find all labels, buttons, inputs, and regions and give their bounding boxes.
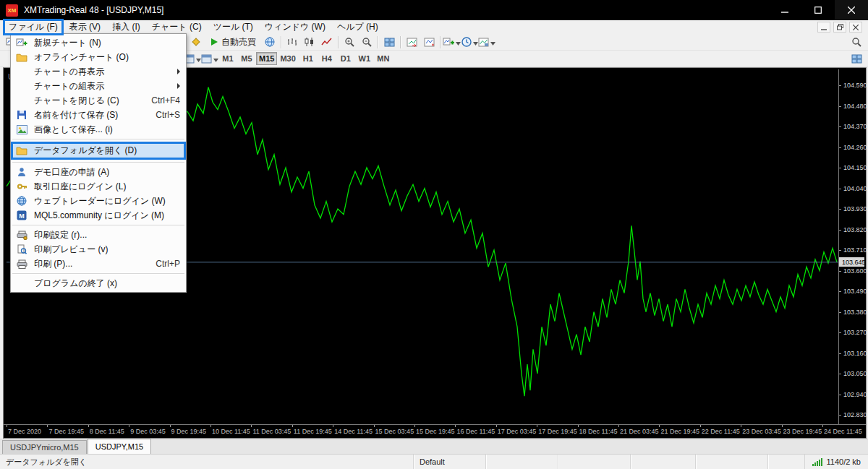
menu-item-label: データフォルダを開く (D) <box>34 145 178 157</box>
menu-tools[interactable]: ツール (T) <box>208 20 259 35</box>
timeframe-button-d1[interactable]: D1 <box>336 52 355 65</box>
search-button[interactable] <box>848 35 865 49</box>
file-menu-item-8[interactable]: デモ口座の申請 (A) <box>11 165 186 179</box>
zoom-in-button[interactable] <box>341 35 358 49</box>
offline-chart-icon <box>15 53 28 62</box>
close-button[interactable] <box>835 0 868 20</box>
tile-windows-button[interactable] <box>848 51 865 66</box>
autotrading-icon <box>210 38 218 46</box>
time-axis-tick <box>578 425 579 427</box>
periods-dropdown-button[interactable] <box>201 51 218 66</box>
menu-item-label: チャートの再表示 <box>34 66 177 78</box>
menu-item-label: チャートの組表示 <box>34 80 177 92</box>
time-axis-tick <box>618 425 619 427</box>
web-login-icon <box>15 196 28 206</box>
menu-help[interactable]: ヘルプ (H) <box>331 20 384 35</box>
metaeditor-button[interactable] <box>187 35 205 49</box>
tab-usdjpymicro-m15[interactable]: USDJPYmicro,M15 <box>2 440 87 454</box>
time-axis[interactable]: 7 Dec 20207 Dec 19:458 Dec 11:459 Dec 03… <box>4 424 866 437</box>
file-menu-item-14[interactable]: 印刷 (P)...Ctrl+P <box>11 257 186 271</box>
file-menu-item-10[interactable]: ウェブトレーダーにログイン (W) <box>11 194 186 208</box>
indicators-button[interactable] <box>443 35 461 49</box>
periods-button[interactable] <box>461 35 478 49</box>
minimize-button[interactable] <box>768 0 801 20</box>
time-axis-label: 24 Dec 11:45 <box>824 428 862 435</box>
price-axis-tick <box>839 415 841 416</box>
menu-view[interactable]: 表示 (V) <box>64 20 106 35</box>
chart-shift-button[interactable] <box>420 35 438 49</box>
file-menu-item-15[interactable]: プログラムの終了 (x) <box>11 276 186 291</box>
menu-insert[interactable]: 挿入 (I) <box>106 20 146 35</box>
file-menu-item-4[interactable]: チャートを閉じる (C)Ctrl+F4 <box>11 93 186 108</box>
submenu-arrow-icon <box>177 83 180 89</box>
current-price-badge: 103.645 <box>839 257 864 267</box>
chevron-down-icon <box>473 35 478 48</box>
tab-usdjpy-m15[interactable]: USDJPY,M15 <box>88 439 151 454</box>
price-axis[interactable]: 104.590104.480104.370104.260104.150104.0… <box>838 69 866 424</box>
price-axis-label: 104.040 <box>843 185 867 192</box>
menu-chart[interactable]: チャート (C) <box>146 20 208 35</box>
file-menu-item-9[interactable]: 取引口座にログイン (L) <box>11 179 186 194</box>
price-axis-tick <box>839 353 841 354</box>
time-axis-tick <box>455 425 456 427</box>
child-minimize-button[interactable] <box>817 22 830 33</box>
timeframe-button-m30[interactable]: M30 <box>277 52 298 65</box>
time-axis-label: 16 Dec 11:45 <box>456 428 495 435</box>
community-button[interactable] <box>261 35 278 49</box>
time-axis-label: 7 Dec 2020 <box>8 428 41 435</box>
toolbar-separator <box>281 36 281 48</box>
file-menu-item-7[interactable]: データフォルダを開く (D) <box>11 142 186 160</box>
app-window: XM XMTrading-Real 48 - [USDJPY,M15] ファイル… <box>0 0 868 469</box>
new-chart-icon <box>15 38 28 48</box>
app-logo-icon: XM <box>6 4 18 17</box>
file-menu-item-11[interactable]: MMQL5.community にログイン (M) <box>11 208 186 223</box>
line-chart-button[interactable] <box>318 35 336 49</box>
menu-item-label: 名前を付けて保存 (S) <box>34 109 144 121</box>
time-axis-label: 7 Dec 19:45 <box>48 428 84 435</box>
timeframe-button-h1[interactable]: H1 <box>299 52 318 65</box>
timeframe-button-m5[interactable]: M5 <box>237 52 256 65</box>
time-axis-label: 15 Dec 19:45 <box>416 428 455 435</box>
time-axis-label: 10 Dec 11:45 <box>212 428 250 435</box>
menu-item-label: 印刷設定 (r)... <box>34 229 180 241</box>
price-axis-label: 104.480 <box>843 103 867 110</box>
tile-windows-button[interactable] <box>380 35 398 49</box>
timeframe-button-w1[interactable]: W1 <box>355 52 374 65</box>
menu-item-label: 画像として保存... (i) <box>34 124 180 136</box>
time-axis-label: 15 Dec 03:45 <box>375 428 414 435</box>
time-axis-label: 11 Dec 03:45 <box>252 428 291 435</box>
file-menu-item-2[interactable]: チャートの再表示 <box>11 64 186 79</box>
candles-chart-button[interactable] <box>301 35 318 49</box>
auto-scroll-icon <box>407 38 417 47</box>
file-menu-item-3[interactable]: チャートの組表示 <box>11 79 186 93</box>
status-spacer <box>768 455 805 469</box>
price-axis-label: 104.590 <box>843 82 867 89</box>
maximize-button[interactable] <box>801 0 835 20</box>
file-menu-item-0[interactable]: 新規チャート (N) <box>11 35 186 50</box>
file-menu-item-1[interactable]: オフラインチャート (O) <box>11 50 186 64</box>
bars-chart-icon <box>286 37 298 47</box>
timeframe-button-m1[interactable]: M1 <box>218 52 237 65</box>
zoom-out-button[interactable] <box>358 35 375 49</box>
child-close-button[interactable] <box>849 22 862 33</box>
time-axis-tick <box>129 425 129 427</box>
menu-window[interactable]: ウィンドウ (W) <box>259 20 331 35</box>
auto-scroll-button[interactable] <box>403 35 420 49</box>
status-empty-segment <box>696 455 768 469</box>
timeframe-button-mn[interactable]: MN <box>374 52 393 65</box>
menu-file[interactable]: ファイル (F) <box>3 19 64 35</box>
autotrading-button[interactable]: 自動売買 <box>205 35 261 49</box>
file-menu-item-12[interactable]: 印刷設定 (r)... <box>11 228 186 242</box>
save-image-icon <box>15 125 28 134</box>
templates-button[interactable] <box>478 35 495 49</box>
timeframe-button-h4[interactable]: H4 <box>318 52 336 65</box>
chart-shift-icon <box>424 38 435 47</box>
status-profile[interactable]: Default <box>414 455 486 469</box>
timeframe-button-m15[interactable]: M15 <box>256 52 277 65</box>
file-menu-item-5[interactable]: 名前を付けて保存 (S)Ctrl+S <box>11 108 186 122</box>
time-axis-label: 18 Dec 11:45 <box>579 428 618 435</box>
file-menu-item-6[interactable]: 画像として保存... (i) <box>11 122 186 137</box>
child-restore-button[interactable] <box>833 22 846 33</box>
bars-chart-button[interactable] <box>284 35 301 49</box>
file-menu-item-13[interactable]: 印刷プレビュー (v) <box>11 242 186 257</box>
